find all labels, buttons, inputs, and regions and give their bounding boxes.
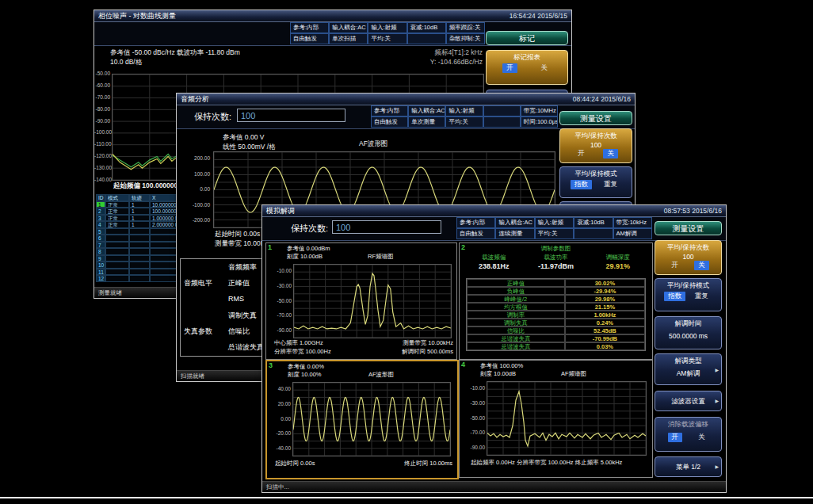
ref-level-label: 参考值 0.00dBm — [287, 245, 330, 253]
offset-on[interactable]: 开 — [668, 433, 683, 442]
instrument-status-row2: 自由触发单次扫描平均:关杂散抑制:关 — [290, 33, 485, 44]
submenu-arrow-icon: ▶ — [715, 391, 719, 410]
hold-count-input[interactable] — [332, 220, 441, 234]
mod-param-row: 总谐波失真0.03% — [467, 342, 645, 350]
status-field: 输入:射频 — [368, 22, 406, 33]
status-field — [483, 105, 521, 116]
avg-hold-mode-button[interactable]: 平均/保持模式 指数 重复 — [559, 166, 632, 198]
submenu-arrow-icon: ▶ — [715, 367, 719, 372]
marker-report-on[interactable]: 开 — [502, 63, 517, 73]
demod-time-button[interactable]: 解调时间 500.0000 ms — [655, 316, 722, 349]
y-tick-label: -40.00 — [269, 445, 291, 451]
ref-level-label: 参考值 100.00% — [480, 362, 523, 370]
af-waveform-trace — [293, 383, 450, 456]
marker-readout-y: Y: -104.66dBc/Hz — [430, 58, 483, 66]
marker-col-header: 模式 — [105, 194, 129, 201]
y-tick-label: -30.00 — [461, 400, 485, 406]
avg-hold-count-button[interactable]: 平均/保持次数 100 开 关 — [559, 128, 632, 163]
demod-time-label: 解调时间 500.00ms — [402, 348, 453, 356]
demod-type-button[interactable]: 解调类型 AM解调 ▶ — [655, 353, 722, 385]
ref-level-label: 参考值 0.00 V — [223, 133, 264, 143]
instrument-status-row1: 参考:内部输入耦合:AC输入:射频带宽:10MHz — [371, 105, 558, 116]
status-field: AM解调 — [613, 228, 652, 239]
instrument-status-row1: 参考:内部输入耦合:AC输入:射频衰减:10dB带宽:10kHz — [456, 217, 652, 228]
y-tick-label: 40.00 — [269, 386, 291, 391]
marker-report-off[interactable]: 关 — [536, 63, 552, 73]
marker-col-header: ID — [96, 194, 105, 201]
avg-hold-count-button[interactable]: 平均/保持次数 100 开 关 — [655, 240, 722, 275]
clock: 08:57:53 2015/6/16 — [664, 207, 722, 215]
y-tick-label: 200.00 — [180, 155, 210, 161]
pane3-y-axis: 40.0020.000.00-20.00-40.00 — [269, 386, 291, 451]
mod-param-row: 均方根值21.15% — [467, 303, 645, 311]
audio-titlebar: 音频分析 08:44:24 2015/6/16 — [177, 94, 635, 105]
status-field: 输入:射频 — [445, 105, 483, 116]
mode-exp[interactable]: 指数 — [571, 180, 592, 189]
mode-repeat[interactable]: 重复 — [600, 180, 621, 189]
filter-setup-button[interactable]: 滤波器设置 ▶ — [655, 391, 722, 411]
mod-param-row: 调制率1.00kHz — [467, 311, 645, 319]
marker-menu-button[interactable]: 标记 — [486, 31, 568, 45]
scale-label: 刻度 10.00dB — [287, 253, 323, 261]
instrument-status-row2: 自由触发连续测量平均:关AM解调 — [456, 228, 652, 239]
chart-title: RF频谱图 — [368, 253, 394, 261]
result-group-label: 音频电平 — [184, 278, 228, 288]
result-group-label: 失真参数 — [184, 326, 228, 337]
avg-on[interactable]: 开 — [668, 261, 683, 270]
rf-spectrum-plot — [293, 264, 452, 338]
avg-on[interactable]: 开 — [574, 149, 589, 158]
avg-hold-mode-button[interactable]: 平均/保持模式 指数 重复 — [655, 278, 722, 311]
mode-repeat[interactable]: 重复 — [691, 292, 712, 301]
hold-count-input[interactable] — [237, 109, 345, 122]
pane-number: 4 — [461, 361, 465, 368]
mode-exp[interactable]: 指数 — [664, 292, 685, 301]
ref-level-label: 参考值 -50.00 dBc/Hz 载波功率 -11.80 dBm — [110, 48, 240, 58]
rf-spectrum-trace — [294, 265, 451, 338]
carrier-offset-button[interactable]: 消除载波偏移 开 关 — [655, 417, 722, 452]
hold-count-label: 保持次数: — [291, 223, 328, 235]
y-tick-label: -90.00 — [461, 445, 485, 450]
offset-off[interactable]: 关 — [694, 433, 709, 442]
y-tick-label: 0.00 — [269, 416, 291, 422]
avg-off[interactable]: 关 — [603, 149, 618, 158]
rbw-label: 分辨率带宽 100.00Hz — [274, 348, 331, 356]
status-field: 参考:内部 — [290, 22, 329, 33]
menu-page-button[interactable]: 菜单 1/2 ▶ — [655, 456, 722, 477]
measure-setup-button[interactable]: 测量设置 — [655, 221, 722, 235]
measure-setup-button[interactable]: 测量设置 — [559, 111, 632, 125]
demod-titlebar: 模拟解调 08:57:53 2015/6/16 — [262, 205, 726, 217]
y-tick-label: -110.00 — [94, 141, 110, 147]
status-field: 自由触发 — [456, 228, 495, 239]
y-tick-label: -200.00 — [180, 217, 210, 223]
window-title: 模拟解调 — [266, 206, 295, 216]
stop-time-label: 终止时间 10.00ms — [404, 460, 452, 468]
status-field: 杂散抑制:关 — [446, 33, 485, 44]
am-depth-value: 29.91% — [587, 262, 649, 270]
y-tick-label: -10.00 — [268, 268, 292, 273]
pane-af-waveform[interactable]: 3 参考值 0.00% 刻度 10.00% AF波形图 40.0020.000.… — [265, 360, 459, 479]
y-tick-label: -100.00 — [180, 202, 210, 208]
y-tick-label: -90.00 — [268, 327, 292, 333]
status-field — [574, 228, 613, 239]
carrier-power-label: 载波功率 — [525, 254, 586, 262]
avg-off[interactable]: 关 — [694, 261, 709, 270]
status-field: 单次扫描 — [329, 33, 368, 44]
y-tick-label: -70.00 — [268, 312, 292, 318]
pane1-y-axis: -10.00-30.00-50.00-70.00-90.00 — [268, 268, 292, 333]
result-groups: 音频电平失真参数 — [181, 259, 228, 356]
window-title: 音频分析 — [181, 94, 209, 105]
status-field — [407, 33, 446, 44]
instrument-status-row1: 参考:内部输入耦合:AC输入:射频衰减:10dB频率跟踪:关 — [290, 22, 485, 33]
status-field: 平均:关 — [445, 116, 483, 128]
status-field: 衰减:10dB — [407, 22, 446, 33]
pane-af-spectrum[interactable]: 4 参考值 100.00% 刻度 10.00dB AF频谱图 -10.00-30… — [459, 360, 653, 478]
y-tick-label: -120.00 — [94, 153, 110, 158]
pane-rf-spectrum[interactable]: 1 参考值 0.00dBm 刻度 10.00dB RF频谱图 -10.00-30… — [265, 242, 457, 360]
status-field: 带宽:10kHz — [613, 217, 652, 228]
y-tick-label: -70.00 — [94, 94, 110, 100]
y-tick-label: -80.00 — [94, 106, 110, 112]
carrier-offset-value: 238.81Hz — [463, 262, 525, 270]
marker-report-button[interactable]: 标记报表 开 关 — [486, 50, 568, 85]
clock: 08:44:24 2015/6/16 — [573, 95, 631, 103]
pane-mod-params[interactable]: 2 调制参数图 载波频偏 238.81Hz 载波功率 -11.97dBm 调幅深… — [459, 242, 653, 360]
